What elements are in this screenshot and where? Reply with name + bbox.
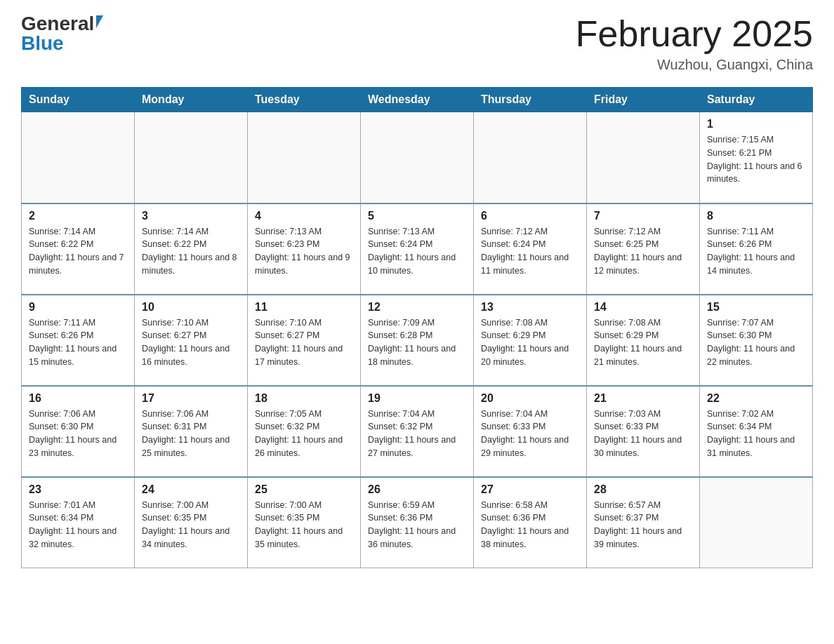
weekday-header-row: SundayMondayTuesdayWednesdayThursdayFrid… [22,88,813,112]
calendar-cell: 14Sunrise: 7:08 AMSunset: 6:29 PMDayligh… [587,295,700,386]
calendar-cell [135,112,248,203]
calendar-cell [474,112,587,203]
day-info: Sunrise: 7:09 AMSunset: 6:28 PMDaylight:… [368,316,466,369]
weekday-header-sunday: Sunday [22,88,135,112]
day-number: 20 [481,392,579,405]
day-info: Sunrise: 7:04 AMSunset: 6:32 PMDaylight:… [368,408,466,460]
day-info: Sunrise: 7:12 AMSunset: 6:25 PMDaylight:… [594,225,692,278]
calendar-cell: 19Sunrise: 7:04 AMSunset: 6:32 PMDayligh… [361,386,474,477]
calendar-week-row: 2Sunrise: 7:14 AMSunset: 6:22 PMDaylight… [22,203,813,295]
day-number: 7 [594,210,692,222]
day-number: 11 [255,301,353,314]
calendar-cell: 3Sunrise: 7:14 AMSunset: 6:22 PMDaylight… [135,203,248,295]
day-info: Sunrise: 7:10 AMSunset: 6:27 PMDaylight:… [142,316,240,369]
day-info: Sunrise: 7:00 AMSunset: 6:35 PMDaylight:… [255,499,353,551]
day-info: Sunrise: 6:58 AMSunset: 6:36 PMDaylight:… [481,499,579,551]
calendar-cell: 28Sunrise: 6:57 AMSunset: 6:37 PMDayligh… [587,477,700,568]
calendar-cell: 25Sunrise: 7:00 AMSunset: 6:35 PMDayligh… [248,477,361,568]
day-number: 12 [368,301,466,314]
day-number: 4 [255,210,353,222]
calendar-cell: 1Sunrise: 7:15 AMSunset: 6:21 PMDaylight… [700,112,813,203]
day-number: 28 [594,483,692,496]
calendar-cell: 23Sunrise: 7:01 AMSunset: 6:34 PMDayligh… [22,477,135,568]
calendar-cell: 10Sunrise: 7:10 AMSunset: 6:27 PMDayligh… [135,295,248,386]
day-info: Sunrise: 7:01 AMSunset: 6:34 PMDaylight:… [29,499,127,551]
day-number: 25 [255,483,353,496]
day-number: 26 [368,483,466,496]
day-info: Sunrise: 7:08 AMSunset: 6:29 PMDaylight:… [594,316,692,369]
calendar-cell: 18Sunrise: 7:05 AMSunset: 6:32 PMDayligh… [248,386,361,477]
calendar-cell: 17Sunrise: 7:06 AMSunset: 6:31 PMDayligh… [135,386,248,477]
day-number: 6 [481,210,579,222]
location-subtitle: Wuzhou, Guangxi, China [576,57,813,73]
calendar-cell: 27Sunrise: 6:58 AMSunset: 6:36 PMDayligh… [474,477,587,568]
day-number: 1 [707,118,805,130]
day-info: Sunrise: 7:14 AMSunset: 6:22 PMDaylight:… [142,225,240,278]
day-info: Sunrise: 7:11 AMSunset: 6:26 PMDaylight:… [707,225,805,278]
weekday-header-friday: Friday [587,88,700,112]
weekday-header-tuesday: Tuesday [248,88,361,112]
day-info: Sunrise: 7:03 AMSunset: 6:33 PMDaylight:… [594,408,692,460]
weekday-header-wednesday: Wednesday [361,88,474,112]
weekday-header-monday: Monday [135,88,248,112]
day-info: Sunrise: 7:05 AMSunset: 6:32 PMDaylight:… [255,408,353,460]
day-info: Sunrise: 7:13 AMSunset: 6:23 PMDaylight:… [255,225,353,278]
calendar-week-row: 1Sunrise: 7:15 AMSunset: 6:21 PMDaylight… [22,112,813,203]
day-info: Sunrise: 7:13 AMSunset: 6:24 PMDaylight:… [368,225,466,278]
day-number: 15 [707,301,805,314]
logo-general-text: General [21,14,94,34]
day-info: Sunrise: 7:07 AMSunset: 6:30 PMDaylight:… [707,316,805,369]
calendar-week-row: 23Sunrise: 7:01 AMSunset: 6:34 PMDayligh… [22,477,813,568]
calendar-cell: 5Sunrise: 7:13 AMSunset: 6:24 PMDaylight… [361,203,474,295]
day-info: Sunrise: 7:00 AMSunset: 6:35 PMDaylight:… [142,499,240,551]
logo-blue-text: Blue [21,34,64,53]
day-number: 18 [255,392,353,405]
day-info: Sunrise: 7:15 AMSunset: 6:21 PMDaylight:… [707,133,805,186]
day-info: Sunrise: 7:06 AMSunset: 6:31 PMDaylight:… [142,408,240,460]
calendar-cell: 11Sunrise: 7:10 AMSunset: 6:27 PMDayligh… [248,295,361,386]
day-number: 22 [707,392,805,405]
calendar-cell: 22Sunrise: 7:02 AMSunset: 6:34 PMDayligh… [700,386,813,477]
day-info: Sunrise: 7:10 AMSunset: 6:27 PMDaylight:… [255,316,353,369]
calendar-cell: 6Sunrise: 7:12 AMSunset: 6:24 PMDaylight… [474,203,587,295]
day-info: Sunrise: 7:02 AMSunset: 6:34 PMDaylight:… [707,408,805,460]
day-number: 13 [481,301,579,314]
day-number: 17 [142,392,240,405]
day-info: Sunrise: 7:14 AMSunset: 6:22 PMDaylight:… [29,225,127,278]
day-number: 9 [29,301,127,314]
calendar-week-row: 16Sunrise: 7:06 AMSunset: 6:30 PMDayligh… [22,386,813,477]
day-number: 16 [29,392,127,405]
weekday-header-thursday: Thursday [474,88,587,112]
calendar-cell [22,112,135,203]
calendar-cell: 9Sunrise: 7:11 AMSunset: 6:26 PMDaylight… [22,295,135,386]
calendar-cell [587,112,700,203]
day-info: Sunrise: 6:59 AMSunset: 6:36 PMDaylight:… [368,499,466,551]
day-number: 24 [142,483,240,496]
day-number: 19 [368,392,466,405]
calendar-cell [361,112,474,203]
calendar-week-row: 9Sunrise: 7:11 AMSunset: 6:26 PMDaylight… [22,295,813,386]
calendar-cell: 12Sunrise: 7:09 AMSunset: 6:28 PMDayligh… [361,295,474,386]
calendar-cell: 26Sunrise: 6:59 AMSunset: 6:36 PMDayligh… [361,477,474,568]
page-header: General Blue February 2025 Wuzhou, Guang… [21,14,813,73]
day-number: 21 [594,392,692,405]
logo-triangle-icon [96,15,103,28]
day-info: Sunrise: 7:04 AMSunset: 6:33 PMDaylight:… [481,408,579,460]
day-info: Sunrise: 6:57 AMSunset: 6:37 PMDaylight:… [594,499,692,551]
calendar-cell: 2Sunrise: 7:14 AMSunset: 6:22 PMDaylight… [22,203,135,295]
day-number: 5 [368,210,466,222]
day-number: 23 [29,483,127,496]
day-number: 10 [142,301,240,314]
month-title: February 2025 [576,14,813,54]
calendar-cell: 7Sunrise: 7:12 AMSunset: 6:25 PMDaylight… [587,203,700,295]
day-number: 2 [29,210,127,222]
weekday-header-saturday: Saturday [700,88,813,112]
calendar-cell: 4Sunrise: 7:13 AMSunset: 6:23 PMDaylight… [248,203,361,295]
day-number: 3 [142,210,240,222]
calendar-cell: 13Sunrise: 7:08 AMSunset: 6:29 PMDayligh… [474,295,587,386]
calendar-cell [248,112,361,203]
calendar-cell: 21Sunrise: 7:03 AMSunset: 6:33 PMDayligh… [587,386,700,477]
day-number: 8 [707,210,805,222]
day-info: Sunrise: 7:12 AMSunset: 6:24 PMDaylight:… [481,225,579,278]
calendar-cell [700,477,813,568]
